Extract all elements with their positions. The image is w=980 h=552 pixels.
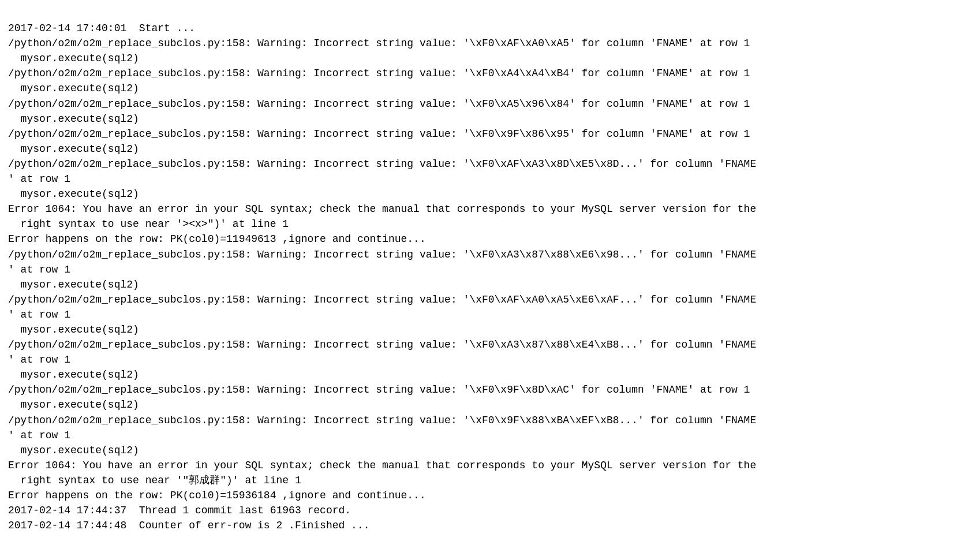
terminal-line: /python/o2m/o2m_replace_subclos.py:158: … bbox=[8, 156, 972, 171]
terminal-line: /python/o2m/o2m_replace_subclos.py:158: … bbox=[8, 247, 972, 262]
terminal-line: right syntax to use near '><x>")' at lin… bbox=[8, 217, 972, 232]
terminal-line: mysor.execute(sql2) bbox=[8, 141, 972, 156]
terminal-line: Error happens on the row: PK(col0)=11949… bbox=[8, 232, 972, 247]
terminal-line: /python/o2m/o2m_replace_subclos.py:158: … bbox=[8, 96, 972, 111]
terminal-line: mysor.execute(sql2) bbox=[8, 322, 972, 337]
terminal-line: mysor.execute(sql2) bbox=[8, 81, 972, 96]
terminal-line: mysor.execute(sql2) bbox=[8, 367, 972, 382]
terminal-line: ' at row 1 bbox=[8, 352, 972, 367]
terminal-line: Error 1064: You have an error in your SQ… bbox=[8, 202, 972, 217]
terminal-line: mysor.execute(sql2) bbox=[8, 51, 972, 66]
terminal-line: Error happens on the row: PK(col0)=15936… bbox=[8, 488, 972, 503]
terminal-line: mysor.execute(sql2) bbox=[8, 277, 972, 292]
terminal-line: /python/o2m/o2m_replace_subclos.py:158: … bbox=[8, 413, 972, 428]
terminal-line: /python/o2m/o2m_replace_subclos.py:158: … bbox=[8, 36, 972, 51]
terminal-line: mysor.execute(sql2) bbox=[8, 443, 972, 458]
terminal-output: 2017-02-14 17:40:01 Start .../python/o2m… bbox=[8, 6, 972, 533]
terminal-line: /python/o2m/o2m_replace_subclos.py:158: … bbox=[8, 382, 972, 397]
terminal-line: ' at row 1 bbox=[8, 171, 972, 187]
terminal-line: 2017-02-14 17:40:01 Start ... bbox=[8, 21, 972, 36]
terminal-line: mysor.execute(sql2) bbox=[8, 111, 972, 126]
terminal-line: 2017-02-14 17:44:48 Counter of err-row i… bbox=[8, 518, 972, 533]
terminal-line: /python/o2m/o2m_replace_subclos.py:158: … bbox=[8, 337, 972, 352]
terminal-line: ' at row 1 bbox=[8, 307, 972, 322]
terminal-line: /python/o2m/o2m_replace_subclos.py:158: … bbox=[8, 292, 972, 307]
terminal-line: mysor.execute(sql2) bbox=[8, 187, 972, 202]
terminal-line: ' at row 1 bbox=[8, 428, 972, 443]
terminal-line: right syntax to use near '"郭成群")' at lin… bbox=[8, 473, 972, 488]
terminal-line: /python/o2m/o2m_replace_subclos.py:158: … bbox=[8, 126, 972, 141]
terminal-line: ' at row 1 bbox=[8, 262, 972, 277]
terminal-line: mysor.execute(sql2) bbox=[8, 397, 972, 412]
terminal-line: Error 1064: You have an error in your SQ… bbox=[8, 458, 972, 473]
terminal-line: 2017-02-14 17:44:37 Thread 1 commit last… bbox=[8, 503, 972, 518]
terminal-line: /python/o2m/o2m_replace_subclos.py:158: … bbox=[8, 66, 972, 81]
